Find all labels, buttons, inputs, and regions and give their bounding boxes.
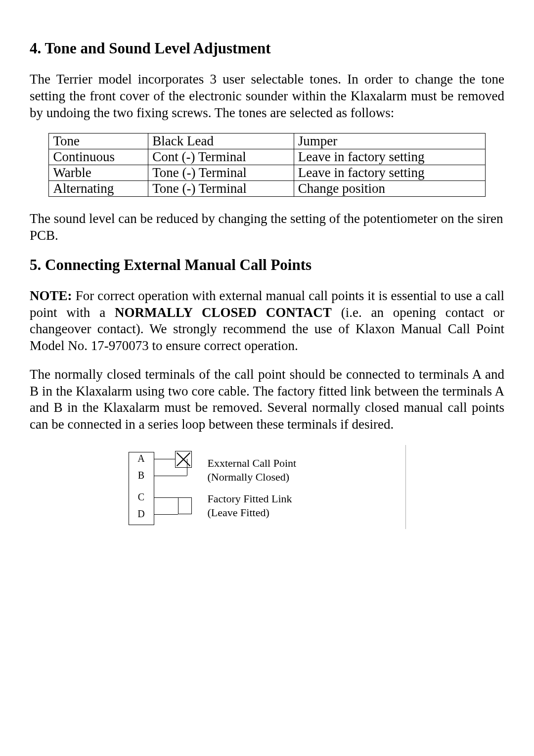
wire bbox=[154, 497, 178, 498]
section-4-intro: The Terrier model incorporates 3 user se… bbox=[30, 71, 504, 121]
note-bold: NORMALLY CLOSED CONTACT bbox=[115, 305, 332, 320]
section-4-outro: The sound level can be reduced by changi… bbox=[30, 211, 504, 244]
wiring-diagram: A B C D Exxternal Call Point (Normally C… bbox=[129, 445, 406, 529]
lead-header: Black Lead bbox=[148, 133, 294, 149]
note-label: NOTE: bbox=[30, 288, 72, 303]
terminal-a: A bbox=[129, 453, 154, 464]
terminal-d: D bbox=[129, 508, 154, 520]
jumper-cell: Change position bbox=[294, 181, 485, 197]
wire bbox=[154, 459, 175, 459]
diagram-label-callpoint-sub: (Normally Closed) bbox=[208, 471, 290, 484]
callpoint-icon bbox=[175, 451, 192, 468]
lead-cell: Tone (-) Terminal bbox=[148, 165, 294, 181]
wire bbox=[154, 476, 187, 476]
tone-header: Tone bbox=[49, 133, 148, 149]
lead-cell: Tone (-) Terminal bbox=[148, 181, 294, 197]
diagram-label-link-sub: (Leave Fitted) bbox=[208, 506, 269, 519]
table-row: Continuous Cont (-) Terminal Leave in fa… bbox=[49, 149, 485, 165]
table-row: Alternating Tone (-) Terminal Change pos… bbox=[49, 181, 485, 197]
tone-table: Tone Black Lead Jumper Continuous Cont (… bbox=[48, 133, 485, 197]
jumper-header: Jumper bbox=[294, 133, 485, 149]
jumper-cell: Leave in factory setting bbox=[294, 165, 485, 181]
document-page: 4. Tone and Sound Level Adjustment The T… bbox=[0, 0, 534, 756]
table-row: Warble Tone (-) Terminal Leave in factor… bbox=[49, 165, 485, 181]
table-row: Tone Black Lead Jumper bbox=[49, 133, 485, 149]
section-5-note: NOTE: For correct operation with externa… bbox=[30, 288, 504, 355]
tone-cell: Alternating bbox=[49, 181, 148, 197]
wire bbox=[154, 514, 178, 515]
lead-cell: Cont (-) Terminal bbox=[148, 149, 294, 165]
section-5-para2: The normally closed terminals of the cal… bbox=[30, 366, 504, 433]
factory-link-icon bbox=[178, 497, 192, 514]
section-5-heading: 5. Connecting External Manual Call Point… bbox=[30, 256, 504, 274]
jumper-cell: Leave in factory setting bbox=[294, 149, 485, 165]
terminal-c: C bbox=[129, 491, 154, 503]
tone-cell: Warble bbox=[49, 165, 148, 181]
tone-cell: Continuous bbox=[49, 149, 148, 165]
section-4-heading: 4. Tone and Sound Level Adjustment bbox=[30, 40, 504, 57]
terminal-b: B bbox=[129, 470, 154, 481]
diagram-container: A B C D Exxternal Call Point (Normally C… bbox=[30, 445, 504, 529]
diagram-label-link: Factory Fitted Link bbox=[208, 492, 292, 505]
diagram-label-callpoint: Exxternal Call Point bbox=[208, 457, 297, 470]
